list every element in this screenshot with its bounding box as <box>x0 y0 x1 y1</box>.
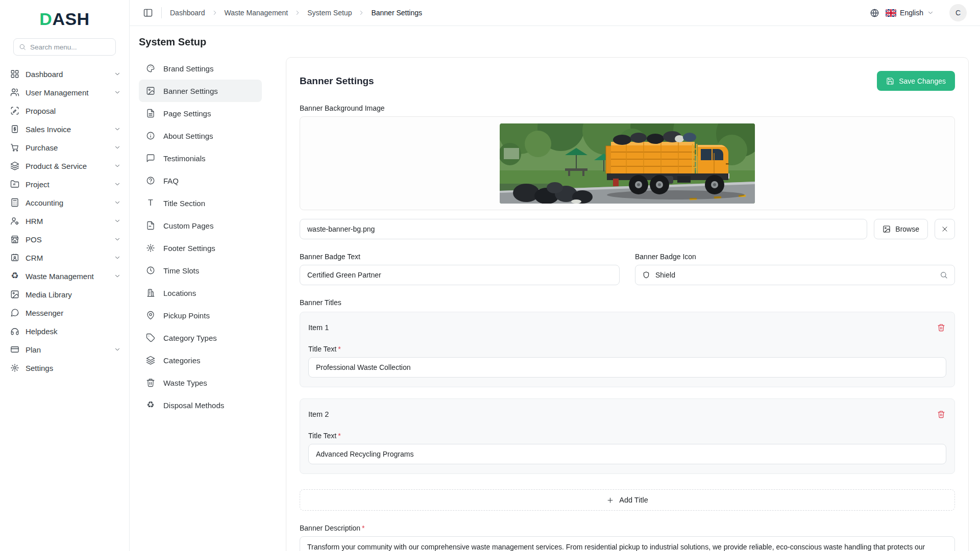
store-icon <box>10 235 19 244</box>
image-icon <box>146 86 155 95</box>
save-changes-button[interactable]: Save Changes <box>877 71 955 91</box>
chevron-right-icon <box>211 9 218 16</box>
setup-menu-label: Brand Settings <box>163 64 213 73</box>
setup-menu-item-waste-types[interactable]: Waste Types <box>139 371 262 394</box>
chevron-down-icon <box>114 346 121 353</box>
sidebar-item-helpdesk[interactable]: Helpdesk <box>10 322 121 340</box>
setup-menu-item-title-section[interactable]: T Title Section <box>139 192 262 214</box>
title-text-input-1[interactable] <box>308 357 946 378</box>
sidebar-item-dashboard[interactable]: Dashboard <box>10 65 121 83</box>
breadcrumb-dashboard[interactable]: Dashboard <box>170 9 205 17</box>
setup-menu-item-footer-settings[interactable]: Footer Settings <box>139 237 262 259</box>
panel-title: Banner Settings <box>300 76 374 87</box>
search-input[interactable] <box>30 43 110 51</box>
app-logo[interactable]: DASH <box>0 9 129 29</box>
sidebar-toggle-icon[interactable] <box>143 8 153 18</box>
sidebar-item-waste-management[interactable]: ♻ Waste Management <box>10 267 121 285</box>
info-icon <box>146 131 155 140</box>
sidebar-item-purchase[interactable]: Purchase <box>10 138 121 157</box>
setup-menu-item-time-slots[interactable]: Time Slots <box>139 259 262 282</box>
banner-settings-panel: Banner Settings Save Changes Banner Back… <box>286 57 969 551</box>
sidebar-item-product-service[interactable]: Product & Service <box>10 157 121 175</box>
sidebar-item-label: Waste Management <box>26 272 94 281</box>
setup-menu-label: Waste Types <box>163 379 207 387</box>
sidebar-item-label: POS <box>26 235 42 244</box>
setup-menu-item-brand-settings[interactable]: Brand Settings <box>139 57 262 80</box>
setup-menu-item-testimonials[interactable]: Testimonials <box>139 147 262 169</box>
sidebar-item-user-management[interactable]: User Management <box>10 83 121 102</box>
invoice-icon <box>10 124 19 134</box>
setup-menu-item-disposal-methods[interactable]: ♻ Disposal Methods <box>139 394 262 416</box>
search-icon <box>940 271 948 279</box>
globe-icon[interactable] <box>870 8 879 18</box>
required-asterisk: * <box>338 432 340 440</box>
sidebar-item-messenger[interactable]: Messenger <box>10 304 121 322</box>
chevron-down-icon <box>114 162 121 169</box>
item-name: Item 1 <box>308 323 329 332</box>
sidebar-item-proposal[interactable]: Proposal <box>10 102 121 120</box>
tag-icon <box>146 333 155 342</box>
headset-icon <box>10 327 19 336</box>
setup-menu-item-custom-pages[interactable]: Custom Pages <box>139 214 262 237</box>
chevron-down-icon <box>114 254 121 261</box>
sidebar-menu: Dashboard User Management Proposal Sales… <box>0 61 129 377</box>
grid-icon <box>10 69 19 79</box>
chevron-down-icon <box>114 272 121 280</box>
image-icon <box>883 225 891 233</box>
background-image-filename-input[interactable] <box>300 219 867 239</box>
breadcrumb-waste-management[interactable]: Waste Management <box>225 9 288 17</box>
sidebar-item-label: Project <box>26 180 50 189</box>
sidebar-item-plan[interactable]: Plan <box>10 340 121 359</box>
trash-icon <box>937 323 945 332</box>
breadcrumb: Dashboard Waste Management System Setup … <box>170 9 422 17</box>
setup-menu-item-page-settings[interactable]: Page Settings <box>139 102 262 124</box>
title-text-label: Title Text* <box>308 432 946 440</box>
layers-icon <box>10 161 19 170</box>
delete-item-button[interactable] <box>936 409 946 419</box>
browse-label: Browse <box>895 225 919 233</box>
setup-menu-item-categories[interactable]: Categories <box>139 349 262 371</box>
setup-menu-label: Categories <box>163 356 201 365</box>
sidebar-item-sales-invoice[interactable]: Sales Invoice <box>10 120 121 138</box>
title-text-label: Title Text* <box>308 345 946 353</box>
badge-icon-input[interactable]: Shield <box>635 265 955 285</box>
item-name: Item 2 <box>308 410 329 418</box>
sidebar-item-settings[interactable]: Settings <box>10 359 121 377</box>
gear-icon <box>10 363 19 372</box>
setup-menu-item-locations[interactable]: Locations <box>139 282 262 304</box>
chevron-down-icon <box>114 181 121 188</box>
banner-titles-label: Banner Titles <box>300 298 955 307</box>
save-icon <box>886 77 894 85</box>
sidebar-item-hrm[interactable]: HRM <box>10 212 121 230</box>
sidebar-item-project[interactable]: Project <box>10 175 121 193</box>
language-selector[interactable]: English <box>886 9 934 17</box>
delete-item-button[interactable] <box>936 322 946 333</box>
setup-menu-item-category-types[interactable]: Category Types <box>139 327 262 349</box>
sidebar-item-accounting[interactable]: Accounting <box>10 193 121 212</box>
sidebar-item-crm[interactable]: CRM <box>10 248 121 267</box>
add-title-button[interactable]: Add Title <box>300 489 955 511</box>
chevron-right-icon <box>358 9 365 16</box>
breadcrumb-system-setup[interactable]: System Setup <box>307 9 352 17</box>
browse-button[interactable]: Browse <box>874 219 928 239</box>
sidebar-item-media-library[interactable]: Media Library <box>10 285 121 304</box>
badge-text-input[interactable] <box>300 265 620 285</box>
setup-menu-label: Category Types <box>163 334 217 342</box>
setup-menu-label: Time Slots <box>163 266 199 275</box>
setup-menu-item-faq[interactable]: FAQ <box>139 169 262 192</box>
avatar[interactable]: C <box>949 4 967 21</box>
setup-menu-label: Pickup Points <box>163 311 210 320</box>
clear-image-button[interactable] <box>935 219 955 239</box>
banner-description-textarea[interactable]: Transform your community with our compre… <box>300 536 955 551</box>
users-icon <box>10 88 19 97</box>
icon-search-button[interactable] <box>940 271 948 279</box>
setup-menu-item-pickup-points[interactable]: Pickup Points <box>139 304 262 327</box>
title-text-input-2[interactable] <box>308 444 946 464</box>
folder-icon <box>10 180 19 189</box>
setup-menu-item-about-settings[interactable]: About Settings <box>139 124 262 147</box>
badge-icon-label: Banner Badge Icon <box>635 253 955 261</box>
logo-rest: ASH <box>52 9 89 29</box>
sidebar-item-pos[interactable]: POS <box>10 230 121 248</box>
sidebar-item-label: Settings <box>26 364 53 372</box>
setup-menu-item-banner-settings[interactable]: Banner Settings <box>139 80 262 102</box>
